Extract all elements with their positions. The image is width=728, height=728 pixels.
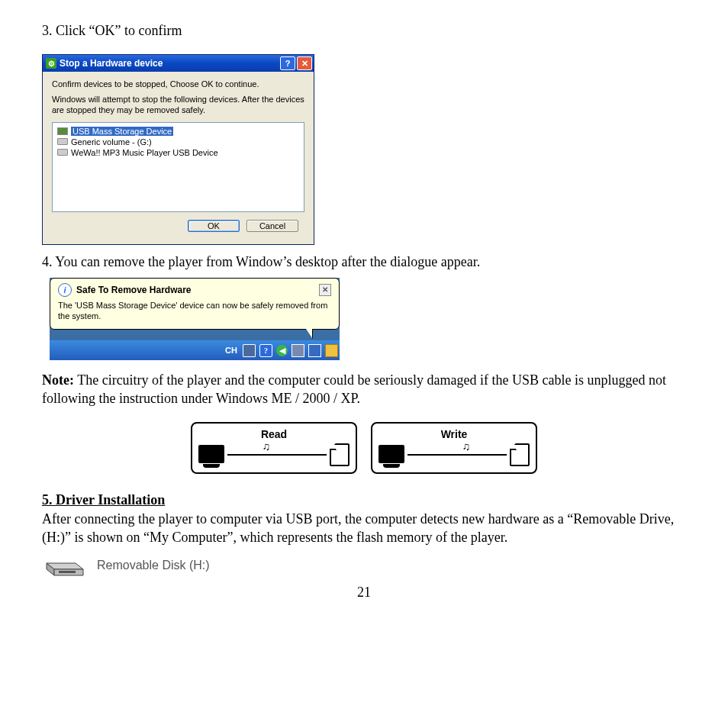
ok-button[interactable]: OK (188, 220, 240, 232)
usb-icon (57, 127, 68, 136)
stop-hardware-dialog: ⚙ Stop a Hardware device ? ✕ Confirm dev… (42, 54, 314, 245)
cancel-button[interactable]: Cancel (246, 220, 298, 232)
dialog-button-row: OK Cancel (52, 212, 304, 237)
removable-disk-label: Removable Disk (H:) (97, 559, 210, 572)
drive-icon (57, 148, 68, 157)
taskbar-tray: CH ? ◀ (50, 340, 340, 360)
list-item[interactable]: Generic volume - (G:) (57, 137, 299, 147)
note-paragraph: Note: The circuitry of the player and th… (42, 371, 686, 408)
read-box: Read ♫ (191, 422, 357, 474)
device-list[interactable]: USB Mass Storage Device Generic volume -… (52, 122, 304, 212)
card-icon (510, 443, 530, 466)
tray-lang-indicator[interactable]: CH (225, 346, 237, 355)
music-note-icon: ♫ (263, 440, 271, 453)
music-note-icon: ♫ (462, 440, 471, 453)
write-box: Write ♫ (371, 422, 537, 474)
dialog-instruction-2: Windows will attempt to stop the followi… (52, 95, 304, 116)
write-label: Write (378, 428, 530, 440)
help-tray-icon[interactable]: ? (259, 344, 272, 357)
hardware-icon: ⚙ (46, 58, 56, 69)
section-5-heading: 5. Driver Installation (42, 492, 686, 508)
list-item[interactable]: USB Mass Storage Device (57, 126, 299, 137)
section-5-body: After connecting the player to computer … (42, 510, 686, 547)
removable-disk-row: Removable Disk (H:) (42, 552, 686, 578)
cable-line: ♫ (407, 454, 507, 456)
dialog-titlebar: ⚙ Stop a Hardware device ? ✕ (43, 55, 314, 72)
balloon-tail (306, 329, 312, 338)
device-name: Generic volume - (G:) (71, 137, 152, 147)
removable-disk-icon (42, 552, 88, 578)
dialog-body: Confirm devices to be stopped, Choose OK… (43, 72, 314, 244)
note-body: The circuitry of the player and the comp… (42, 372, 666, 406)
step-4: 4. You can remove the player from Window… (42, 254, 686, 270)
read-write-diagram: Read ♫ Write ♫ (42, 422, 686, 474)
balloon-close-icon[interactable]: ✕ (319, 284, 331, 296)
device-name: WeWa!! MP3 Music Player USB Device (71, 148, 218, 157)
svg-rect-3 (59, 571, 76, 573)
cable-line: ♫ (227, 454, 327, 456)
monitor-icon (198, 445, 224, 465)
monitor-icon[interactable] (308, 344, 321, 357)
page-number: 21 (42, 585, 686, 601)
safe-remove-figure: i Safe To Remove Hardware ✕ The 'USB Mas… (50, 278, 340, 361)
step-3: 3. Click “OK” to confirm (42, 23, 686, 39)
back-arrow-icon[interactable]: ◀ (276, 345, 288, 356)
keyboard-icon[interactable] (243, 344, 256, 357)
help-icon[interactable]: ? (280, 56, 295, 70)
monitor-icon (378, 445, 404, 465)
balloon-body: The 'USB Mass Storage Device' device can… (58, 300, 331, 322)
display-icon[interactable] (292, 344, 304, 357)
read-label: Read (198, 428, 350, 440)
list-item[interactable]: WeWa!! MP3 Music Player USB Device (57, 147, 299, 158)
balloon-title: Safe To Remove Hardware (76, 285, 319, 295)
note-label: Note: (42, 372, 74, 388)
close-icon[interactable]: ✕ (297, 56, 312, 70)
folder-icon[interactable] (325, 344, 338, 357)
card-icon (330, 443, 350, 466)
info-icon: i (58, 283, 72, 297)
balloon-tooltip: i Safe To Remove Hardware ✕ The 'USB Mas… (50, 278, 340, 330)
dialog-instruction-1: Confirm devices to be stopped, Choose OK… (52, 79, 304, 89)
dialog-title: Stop a Hardware device (60, 58, 279, 69)
drive-icon (57, 137, 68, 147)
device-name: USB Mass Storage Device (71, 127, 173, 136)
